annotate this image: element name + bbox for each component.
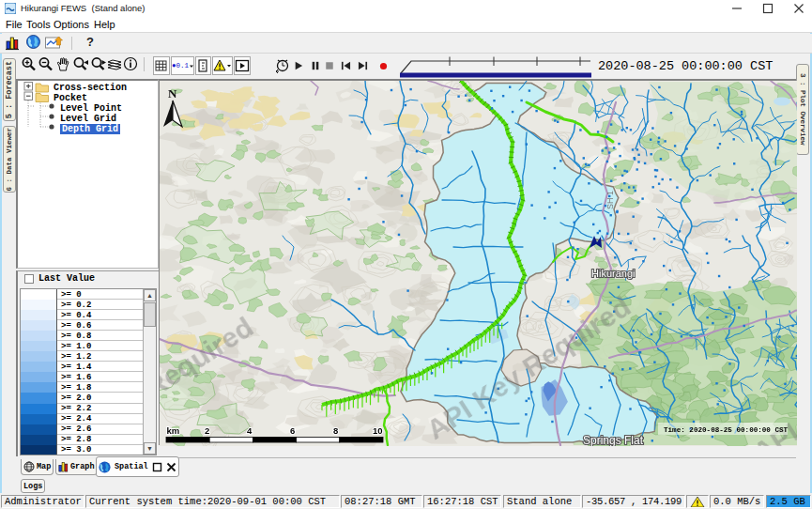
svg-text:Hikurangi: Hikurangi	[591, 268, 635, 279]
svg-text:2: 2	[205, 425, 209, 436]
svg-text:Time: 2020-08-25 00:00:00 CST: Time: 2020-08-25 00:00:00 CST	[664, 426, 789, 434]
svg-text:Springs Flat: Springs Flat	[583, 434, 644, 446]
svg-text:km: km	[167, 425, 180, 436]
svg-text:SH 1: SH 1	[605, 191, 615, 209]
svg-text:6: 6	[290, 425, 295, 436]
svg-text:4: 4	[247, 425, 253, 436]
svg-text:10: 10	[373, 425, 383, 436]
svg-text:8: 8	[333, 425, 338, 436]
svg-text:N: N	[168, 86, 177, 100]
